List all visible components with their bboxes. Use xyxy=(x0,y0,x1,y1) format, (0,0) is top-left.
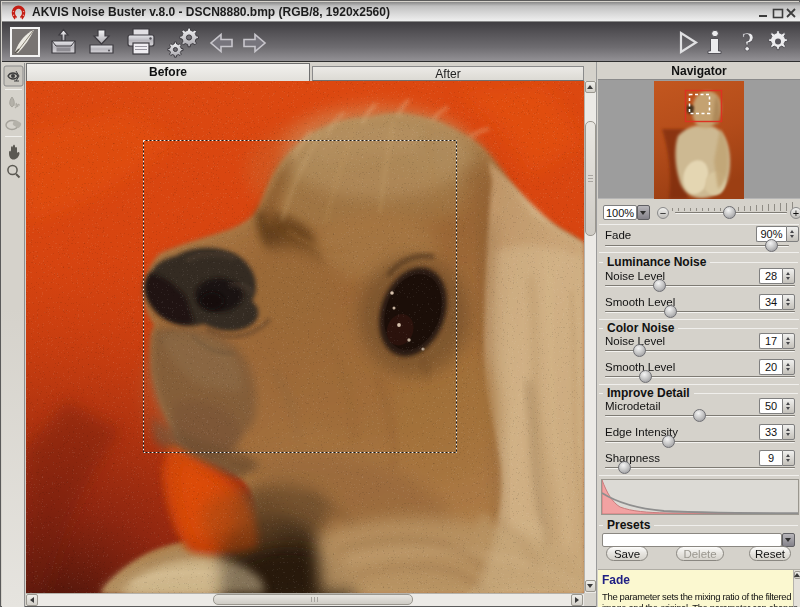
svg-text:?: ? xyxy=(741,27,755,57)
